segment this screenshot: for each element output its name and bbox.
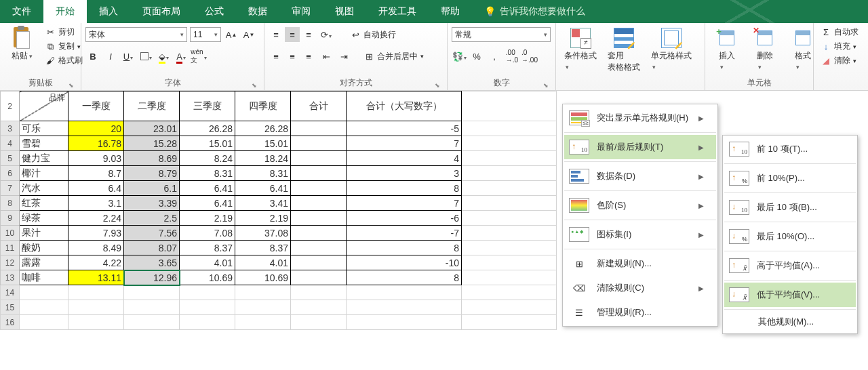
cell-q2[interactable]: 7.56 [124,226,180,241]
percent-button[interactable]: % [469,49,484,64]
cell-q1[interactable]: 20 [68,121,124,136]
row-header-8[interactable]: 8 [1,196,20,211]
cell-sum[interactable] [291,211,347,226]
align-middle-button[interactable]: ≡ [285,27,300,42]
above-average[interactable]: 高于平均值(A)... [724,253,856,278]
header-q3[interactable]: 三季度 [180,91,235,121]
font-color-button[interactable]: A [174,49,189,64]
cf-data-bars[interactable]: 数据条(D)▶ [564,164,716,188]
cf-highlight-rules[interactable]: 突出显示单元格规则(H)▶ [564,106,716,130]
cell-empty[interactable] [462,136,557,151]
cell-sum-cn[interactable]: -5 [347,121,462,136]
header-q2[interactable]: 二季度 [124,91,180,121]
cell-q4[interactable]: 15.01 [235,136,291,151]
wrap-text-button[interactable]: ↩自动换行 [347,28,399,41]
cell-q2[interactable]: 2.5 [124,211,180,226]
accounting-format-button[interactable]: 💱 [452,49,467,64]
font-name-select[interactable]: 宋体 [85,27,187,42]
row-header-16[interactable]: 16 [1,315,20,330]
row-header-6[interactable]: 6 [1,166,20,181]
cell-q2[interactable]: 15.28 [124,136,180,151]
cell-sum-cn[interactable]: 8 [347,241,462,255]
top-10-percent[interactable]: 前 10%(P)... [724,166,856,190]
autosum-button[interactable]: Σ自动求 [818,26,861,39]
cell-q3[interactable]: 7.08 [180,226,235,241]
cell-q2[interactable]: 8.07 [124,241,180,255]
below-average[interactable]: 低于平均值(V)... [724,283,856,307]
cell-empty[interactable] [462,270,557,285]
cell-brand[interactable]: 椰汁 [20,166,68,181]
cell-q3[interactable]: 8.37 [180,241,235,255]
align-bottom-button[interactable]: ≡ [301,27,316,42]
cell-q1[interactable]: 8.49 [68,241,124,255]
clipboard-dialog-launcher[interactable]: ⬊ [68,82,74,89]
fill-color-button[interactable]: ⬙ [156,49,171,64]
tab-view[interactable]: 视图 [323,0,366,23]
row-header-9[interactable]: 9 [1,211,20,226]
cell-sum[interactable] [291,181,347,196]
decrease-decimal-button[interactable]: .0→.00 [522,49,537,64]
cell-sum[interactable] [291,166,347,181]
decrease-font-button[interactable]: A▼ [241,27,256,42]
border-button[interactable] [138,49,153,64]
bottom-10-items[interactable]: 最后 10 项(B)... [724,195,856,220]
cell-q2[interactable]: 3.65 [124,255,180,270]
increase-indent-button[interactable]: ⇥ [336,49,351,64]
cell-empty[interactable] [462,241,557,255]
delete-cells-button[interactable]: ✕删除 [747,26,783,73]
cell-q4[interactable]: 26.28 [235,121,291,136]
tab-help[interactable]: 帮助 [429,0,472,23]
tab-file[interactable]: 文件 [0,0,43,23]
italic-button[interactable]: I [103,49,118,64]
cell-empty[interactable] [462,255,557,270]
cell-sum-cn[interactable]: 7 [347,136,462,151]
cell-empty[interactable] [462,196,557,211]
cell-q3[interactable]: 8.24 [180,151,235,166]
cf-top-bottom-rules[interactable]: 最前/最后规则(T)▶ [564,135,716,159]
format-painter-button[interactable]: 🖌格式刷 [42,54,85,67]
tab-review[interactable]: 审阅 [279,0,323,23]
row-header-2[interactable]: 2 [1,91,20,121]
cell-q1[interactable]: 9.03 [68,151,124,166]
align-left-button[interactable]: ≡ [269,49,283,64]
cell-empty[interactable] [462,166,557,181]
cell-q4[interactable]: 2.19 [235,211,291,226]
cell-sum[interactable] [291,121,347,136]
cell-q2[interactable]: 8.69 [124,151,180,166]
format-as-table-button[interactable]: 套用 表格格式 [604,26,644,75]
decrease-indent-button[interactable]: ⇤ [319,49,334,64]
merge-center-button[interactable]: ⊞合并后居中 ▾ [361,50,427,63]
cell-q2[interactable]: 8.79 [124,166,180,181]
tab-data[interactable]: 数据 [236,0,279,23]
header-sum[interactable]: 合计 [291,91,347,121]
cell-q1[interactable]: 8.7 [68,166,124,181]
cell-brand[interactable]: 咖啡 [20,270,68,285]
cell-empty[interactable] [462,181,557,196]
tab-insert[interactable]: 插入 [87,0,130,23]
row-header-7[interactable]: 7 [1,181,20,196]
tab-home[interactable]: 开始 [43,0,87,23]
cell-q1[interactable]: 7.93 [68,226,124,241]
cut-button[interactable]: ✂剪切 [42,26,85,39]
cell-q4[interactable]: 8.37 [235,241,291,255]
cell-q3[interactable]: 8.31 [180,166,235,181]
cell-q4[interactable]: 8.31 [235,166,291,181]
cell-q4[interactable]: 10.69 [235,270,291,285]
underline-button[interactable]: U [121,49,136,64]
cell-sum-cn[interactable]: 3 [347,166,462,181]
cell-sum[interactable] [291,151,347,166]
cell-q4[interactable]: 37.08 [235,226,291,241]
cell-sum[interactable] [291,196,347,211]
copy-button[interactable]: ⧉复制 ▾ [42,40,85,53]
header-q1[interactable]: 一季度 [68,91,124,121]
cell-sum[interactable] [291,136,347,151]
number-dialog-launcher[interactable]: ⬊ [543,82,549,89]
cell-brand[interactable]: 露露 [20,255,68,270]
cell-q4[interactable]: 4.01 [235,255,291,270]
header-q4[interactable]: 四季度 [235,91,291,121]
cell-sum-cn[interactable]: -10 [347,255,462,270]
cell-q4[interactable]: 6.41 [235,181,291,196]
cell-sum[interactable] [291,226,347,241]
cell-q1[interactable]: 3.1 [68,196,124,211]
cf-manage-rules[interactable]: ☰管理规则(R)... [564,300,716,325]
